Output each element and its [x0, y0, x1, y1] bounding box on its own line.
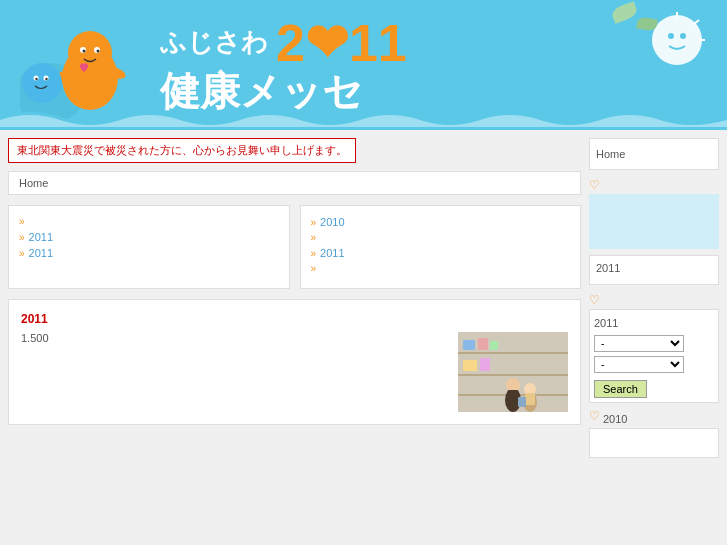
- svg-point-31: [506, 378, 520, 392]
- right-arrow-3: »: [311, 248, 317, 259]
- sidebar-year2-label: 2010: [603, 413, 627, 425]
- sidebar-select-row-2: - 選択A 選択B: [594, 356, 714, 373]
- right-item-2: »: [311, 232, 571, 243]
- post-count: 1.500: [21, 332, 448, 344]
- sidebar-year1-label: 2011: [596, 262, 712, 274]
- mascot-illustration: [20, 8, 150, 123]
- svg-rect-36: [518, 397, 526, 407]
- left-item-2: » 2011: [19, 231, 279, 243]
- sidebar: Home ♡ 2011 ♡ 2011 - 選択1 選択2: [589, 138, 719, 458]
- title-main: 健康メッセ: [160, 69, 363, 113]
- svg-rect-23: [458, 374, 568, 376]
- left-item-3-link[interactable]: 2011: [29, 247, 53, 259]
- sidebar-section-1: ♡: [589, 178, 719, 249]
- right-arrow-1: »: [311, 217, 317, 228]
- sidebar-home-label[interactable]: Home: [596, 145, 712, 163]
- svg-point-13: [45, 77, 47, 79]
- svg-point-5: [83, 49, 86, 52]
- left-item-2-link[interactable]: 2011: [29, 231, 53, 243]
- right-content-box: » 2010 » » 2011 »: [300, 205, 582, 289]
- site-title: ふじさわ 2❤11 健康メッセ: [150, 17, 707, 114]
- svg-line-18: [694, 20, 699, 24]
- left-item-3: » 2011: [19, 247, 279, 259]
- svg-rect-25: [463, 340, 475, 350]
- right-item-3: » 2011: [311, 247, 571, 259]
- svg-rect-26: [478, 338, 488, 350]
- svg-point-6: [97, 49, 100, 52]
- post-year: 2011: [21, 312, 568, 326]
- sidebar-search-section: ♡ 2011 - 選択1 選択2 - 選択A 選択B: [589, 293, 719, 403]
- site-header: ふじさわ 2❤11 健康メッセ: [0, 0, 727, 130]
- svg-point-16: [680, 33, 686, 39]
- sidebar-search-title: 2011: [594, 314, 714, 332]
- post-box: 2011 1.500: [8, 299, 581, 425]
- breadcrumb-bar: Home: [8, 171, 581, 195]
- arrow-icon-1: »: [19, 216, 25, 227]
- svg-rect-35: [525, 393, 535, 405]
- sidebar-year2-box: [589, 428, 719, 458]
- content-grid: » » 2011 » 2011 » 2010 »: [8, 205, 581, 289]
- right-arrow-4: »: [311, 263, 317, 274]
- arrow-icon-2: »: [19, 232, 25, 243]
- sidebar-select-1[interactable]: - 選択1 選択2: [594, 335, 684, 352]
- right-item-1: » 2010: [311, 216, 571, 228]
- search-button[interactable]: Search: [594, 380, 647, 398]
- svg-point-2: [68, 31, 112, 75]
- right-arrow-2: »: [311, 232, 317, 243]
- svg-rect-27: [490, 341, 498, 350]
- right-item-3-link[interactable]: 2011: [320, 247, 344, 259]
- sidebar-year2-section: ♡ 2010: [589, 409, 719, 425]
- sidebar-year1-box: 2011: [589, 255, 719, 285]
- notice-text: 東北関東大震災で被災された方に、心からお見舞い申し上げます。: [17, 144, 347, 156]
- svg-point-15: [668, 33, 674, 39]
- sidebar-icon-1: ♡: [589, 178, 719, 192]
- sidebar-select-row-1: - 選択1 選択2: [594, 335, 714, 352]
- title-year: 2❤11: [276, 17, 407, 69]
- sidebar-home-box: Home: [589, 138, 719, 170]
- svg-point-12: [35, 77, 37, 79]
- header-wave: [0, 107, 727, 130]
- sidebar-search-box: 2011 - 選択1 選択2 - 選択A 選択B Search: [589, 309, 719, 403]
- arrow-icon-3: »: [19, 248, 25, 259]
- post-image: [458, 332, 568, 412]
- sidebar-blue-box-1: [589, 194, 719, 249]
- left-content-box: » » 2011 » 2011: [8, 205, 290, 289]
- left-item-1: »: [19, 216, 279, 227]
- svg-rect-28: [463, 360, 477, 371]
- sidebar-icon-2: ♡: [589, 293, 719, 307]
- sidebar-icon-3: ♡: [589, 409, 600, 423]
- svg-point-9: [22, 63, 62, 103]
- right-item-4: »: [311, 263, 571, 274]
- sidebar-select-2[interactable]: - 選択A 選択B: [594, 356, 684, 373]
- notice-banner: 東北関東大震災で被災された方に、心からお見舞い申し上げます。: [8, 138, 356, 163]
- svg-rect-29: [480, 358, 490, 371]
- right-item-1-link[interactable]: 2010: [320, 216, 344, 228]
- content-area: 東北関東大震災で被災された方に、心からお見舞い申し上げます。 Home » » …: [8, 138, 581, 458]
- main-container: 東北関東大震災で被災された方に、心からお見舞い申し上げます。 Home » » …: [0, 130, 727, 466]
- title-prefix: ふじさわ: [160, 25, 268, 60]
- svg-rect-32: [508, 390, 518, 404]
- svg-rect-22: [458, 352, 568, 354]
- breadcrumb-home[interactable]: Home: [19, 177, 48, 189]
